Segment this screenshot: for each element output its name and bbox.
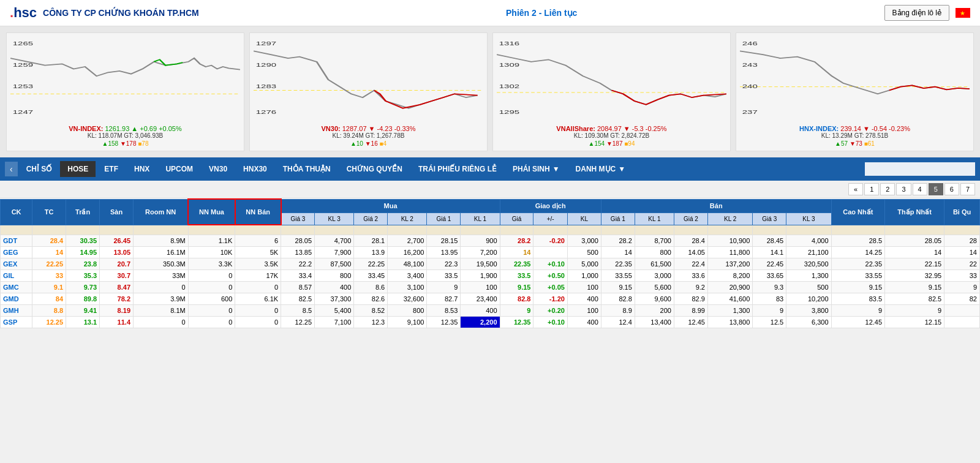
nav-btn-hnx30[interactable]: HNX30: [236, 161, 274, 177]
stock-bi-qu: 22: [944, 258, 980, 269]
hnx-index-value: 239.14 ▼ -0.54 -0.23%: [840, 125, 910, 132]
nav-btn-chi-so[interactable]: CHỈ SỐ: [19, 161, 59, 177]
page-first-button[interactable]: «: [848, 183, 863, 195]
col-nn-ban: NN Bán: [235, 199, 281, 225]
page-7-button[interactable]: 7: [960, 183, 975, 195]
stock-tc: 14: [32, 246, 66, 258]
chart-vn-index-info: VN-INDEX: 1261.93 ▲ +0.69 +0.05% KL: 118…: [10, 125, 240, 147]
chart-vnallshare: 1316 1309 1302 1295 VNAllShare: 2084.97 …: [492, 32, 731, 151]
stock-gia1-mua: 13.95: [427, 246, 461, 258]
stock-kl2-mua: 32,600: [388, 293, 427, 304]
bang-dien-button[interactable]: Bảng điện lô lẻ: [884, 5, 949, 21]
col-thap-nhat: Thấp Nhất: [885, 199, 944, 225]
svg-text:1290: 1290: [256, 62, 276, 68]
stock-ck: GMD: [1, 293, 32, 304]
page-3-button[interactable]: 3: [896, 183, 911, 195]
phai-sinh-arrow-icon: ▼: [552, 165, 560, 173]
stock-kl-gd: 5,000: [567, 258, 601, 269]
table-row: GSP 12.25 13.1 11.4 0 0 0 12.25 7,100 12…: [1, 316, 980, 328]
stock-kl-gd: 3,000: [567, 235, 601, 246]
sub-gia2-mua: Giá 2: [354, 213, 388, 225]
stock-kl2-mua: 800: [388, 304, 427, 316]
stock-san: 20.7: [100, 258, 134, 269]
stock-gia3-mua: 33.4: [281, 269, 315, 281]
table-row: GMC 9.1 9.73 8.47 0 0 0 8.57 400 8.6 3,1…: [1, 281, 980, 293]
stock-kl1-ban: 800: [635, 246, 674, 258]
stock-san: 8.47: [100, 281, 134, 293]
page-4-button[interactable]: 4: [913, 183, 927, 195]
stock-gia3-mua: 22.2: [281, 258, 315, 269]
vn-index-changes: ▲158 ▼178 ■78: [10, 140, 240, 147]
sub-kl3-ban: KL 3: [786, 213, 831, 225]
nav-btn-upcom[interactable]: UPCOM: [158, 161, 200, 177]
stock-kl1-mua-highlight: 2,200: [461, 316, 500, 328]
vn30-value: 1287.07 ▼ -4.23 -0.33%: [342, 125, 416, 132]
stock-kl2-mua: 48,100: [388, 258, 427, 269]
nav-prev-button[interactable]: ‹: [5, 162, 18, 176]
sub-pm-gd: +/-: [533, 213, 567, 225]
stock-kl3-ban: 21,100: [786, 246, 831, 258]
stock-nn-ban: 0: [235, 281, 281, 293]
stock-bi-qu: 28: [944, 235, 980, 246]
table-row: GMH 8.8 9.41 8.19 8.1M 0 0 8.5 5,400 8.5…: [1, 304, 980, 316]
page-2-button[interactable]: 2: [880, 183, 895, 195]
stock-gia2-mua: 8.52: [354, 304, 388, 316]
sub-gia2-ban: Giá 2: [674, 213, 707, 225]
page-1-button[interactable]: 1: [864, 183, 879, 195]
stock-gia2-ban: 14.05: [674, 246, 707, 258]
stock-gia3-ban: 22.45: [753, 258, 786, 269]
stock-bi-qu: 9: [944, 281, 980, 293]
header-right: Bảng điện lô lẻ ★: [884, 5, 970, 21]
nav-search-input[interactable]: [865, 162, 975, 176]
nav-btn-phai-sinh[interactable]: PHÁI SINH ▼: [505, 161, 567, 177]
stock-kl1-mua: 19,500: [461, 258, 500, 269]
stock-pm-gd: -1.20: [533, 293, 567, 304]
stock-gia2-ban: 22.4: [674, 258, 707, 269]
stock-gia3-mua: 12.25: [281, 316, 315, 328]
nav-btn-etf[interactable]: ETF: [97, 161, 126, 177]
stock-gia2-ban: 12.45: [674, 316, 707, 328]
stock-ck: GMH: [1, 304, 32, 316]
stock-bi-qu: 82: [944, 293, 980, 304]
nav-btn-trai-phieu[interactable]: TRÁI PHIẾU RIÊNG LẺ: [411, 161, 504, 177]
stock-gia3-ban: 14.1: [753, 246, 786, 258]
nav-btn-hnx[interactable]: HNX: [127, 161, 157, 177]
stock-tran: 35.3: [66, 269, 100, 281]
stock-kl2-ban: 13,800: [707, 316, 752, 328]
stock-san: 30.7: [100, 269, 134, 281]
col-san: Sàn: [100, 199, 134, 225]
chart-vn30: 1297 1290 1283 1276 VN30: 1287.07 ▼ -4.2…: [249, 32, 488, 151]
stock-nn-ban: 6: [235, 235, 281, 246]
stock-gia2-mua: 28.1: [354, 235, 388, 246]
chart-vnallshare-svg: 1316 1309 1302 1295: [497, 37, 726, 122]
stock-gia-gd: 82.8: [500, 293, 533, 304]
stock-kl-gd: 100: [567, 304, 601, 316]
vnallshare-value: 2084.97 ▼ -5.3 -0.25%: [597, 125, 667, 132]
stock-kl3-mua: 800: [315, 269, 354, 281]
stock-kl-gd: 400: [567, 316, 601, 328]
navigation-bar: ‹ CHỈ SỐ HOSE ETF HNX UPCOM VN30 HNX30 T…: [0, 157, 980, 181]
page-5-button[interactable]: 5: [929, 183, 943, 195]
stock-nn-ban: 5K: [235, 246, 281, 258]
page-6-button[interactable]: 6: [944, 183, 959, 195]
stock-tc: 8.8: [32, 304, 66, 316]
nav-btn-thoa-thuan[interactable]: THỎA THUẬN: [276, 161, 338, 177]
nav-btn-vn30[interactable]: VN30: [202, 161, 235, 177]
stock-gia1-ban: 9.15: [601, 281, 635, 293]
nav-btn-chung-quyen[interactable]: CHỨNG QUYỀN: [339, 161, 410, 177]
sub-gia1-ban: Giá 1: [601, 213, 635, 225]
stock-thap-nhat: 28.05: [885, 235, 944, 246]
stock-gia-gd: 9.15: [500, 281, 533, 293]
sub-kl1-ban: KL 1: [635, 213, 674, 225]
stock-gia1-mua: 33.5: [427, 269, 461, 281]
stock-room-nn: 0: [134, 316, 189, 328]
stock-nn-mua: 0: [188, 281, 235, 293]
stock-kl3-ban: 6,300: [786, 316, 831, 328]
nav-btn-hose[interactable]: HOSE: [60, 161, 96, 177]
stock-gia3-mua: 8.57: [281, 281, 315, 293]
stock-gia1-ban: 14: [601, 246, 635, 258]
stock-kl-gd: 1,000: [567, 269, 601, 281]
nav-btn-danh-muc[interactable]: DANH MỤC ▼: [568, 161, 633, 177]
stock-thap-nhat: 9.15: [885, 281, 944, 293]
stock-cao-nhat: 9.15: [831, 281, 885, 293]
